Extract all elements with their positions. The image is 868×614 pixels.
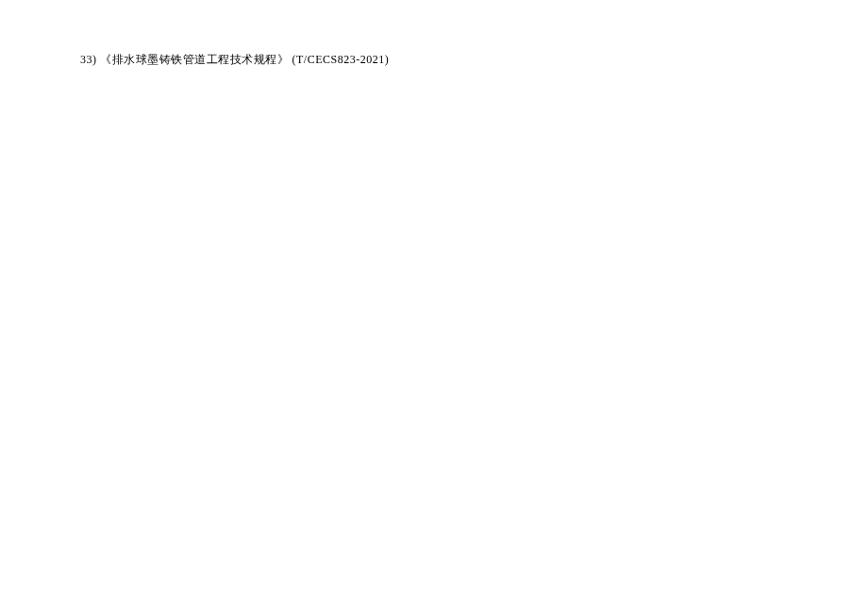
document-page: 33) 《排水球墨铸铁管道工程技术规程》 (T/CECS823-2021)	[80, 51, 788, 69]
item-code: (T/CECS823-2021)	[292, 53, 390, 66]
item-number: 33)	[80, 53, 97, 66]
item-title: 《排水球墨铸铁管道工程技术规程》	[100, 53, 289, 66]
reference-item: 33) 《排水球墨铸铁管道工程技术规程》 (T/CECS823-2021)	[80, 51, 788, 69]
